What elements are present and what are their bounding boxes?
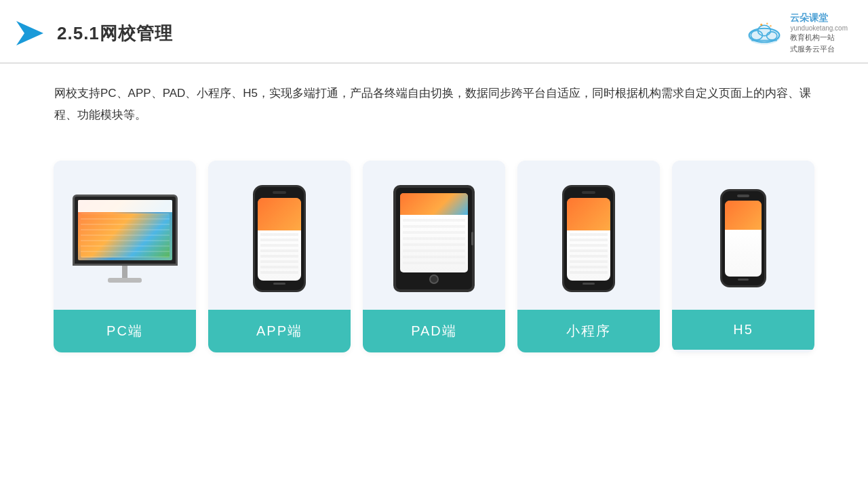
tablet-mockup (393, 185, 475, 292)
phone-mini-mockup (562, 185, 615, 292)
header: 2.5.1网校管理 云朵课堂 yunduoketang.com 教育机构一站式服… (0, 0, 868, 64)
description-text: 网校支持PC、APP、PAD、小程序、H5，实现多端打通，产品各终端自由切换，数… (0, 64, 868, 134)
brand-name: 云朵课堂 (790, 12, 848, 24)
card-pc: PC端 (54, 161, 196, 352)
svg-point-7 (760, 24, 762, 26)
phone-screen (258, 198, 301, 281)
phone-mini-home (583, 283, 595, 285)
card-app-image (208, 161, 351, 310)
phone-mini-screen (567, 198, 610, 281)
card-pc-label: PC端 (54, 310, 196, 352)
card-app: APP端 (208, 161, 351, 352)
monitor-stand (122, 266, 127, 278)
phone-h5-screen (725, 201, 762, 277)
tablet-screen (400, 193, 468, 272)
brand-url: yunduoketang.com (790, 24, 848, 32)
brand-info: 云朵课堂 yunduoketang.com 教育机构一站式服务云平台 (790, 12, 848, 54)
card-mini-image (517, 161, 660, 310)
header-left: 2.5.1网校管理 (14, 17, 173, 49)
phone-home (273, 283, 285, 285)
page-title: 2.5.1网校管理 (57, 22, 173, 45)
monitor-base (108, 278, 142, 283)
card-mini: 小程序 (517, 161, 660, 352)
monitor-mockup (73, 195, 178, 283)
tablet-home (429, 274, 439, 284)
cloud-icon (744, 20, 785, 47)
monitor-display (78, 200, 172, 260)
phone-h5-home (738, 279, 749, 281)
logo-arrow-icon (14, 17, 46, 49)
svg-point-8 (766, 23, 768, 25)
svg-marker-0 (16, 21, 43, 45)
card-pad-image (363, 161, 505, 310)
card-mini-label: 小程序 (517, 310, 660, 352)
card-pad: PAD端 (363, 161, 505, 352)
card-h5: H5 (672, 161, 814, 352)
brand-logo: 云朵课堂 yunduoketang.com 教育机构一站式服务云平台 (744, 12, 848, 54)
brand-tagline: 教育机构一站式服务云平台 (790, 32, 848, 54)
card-h5-label: H5 (672, 310, 814, 350)
phone-h5-mockup (720, 189, 766, 287)
phone-mockup (253, 185, 306, 292)
card-pad-label: PAD端 (363, 310, 505, 352)
svg-point-9 (770, 25, 772, 27)
cards-container: PC端 APP端 PAD端 小程序 (0, 140, 868, 352)
card-pc-image (54, 161, 196, 310)
card-h5-image (672, 161, 814, 310)
card-app-label: APP端 (208, 310, 351, 352)
monitor-screen (73, 195, 178, 266)
